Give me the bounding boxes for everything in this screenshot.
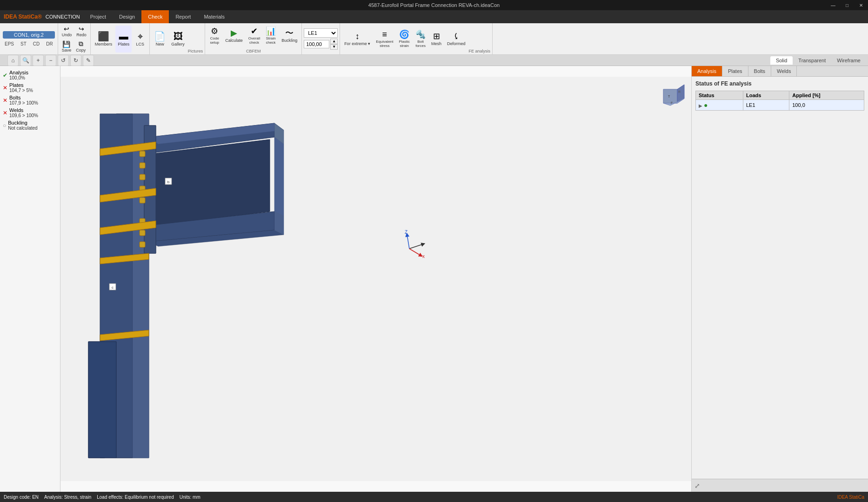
- calculate-button[interactable]: ▶ Calculate: [223, 24, 245, 47]
- overall-check-button[interactable]: ✔ Overallcheck: [246, 24, 262, 47]
- tab-cd[interactable]: CD: [30, 40, 42, 47]
- design-code-item: Design code: EN: [4, 495, 39, 500]
- expand-button[interactable]: ▶: [699, 103, 702, 108]
- expand-panel-icon[interactable]: ⤢: [694, 482, 700, 489]
- fe-status-table: Status Loads Applied [%] ▶ ● LE1 100,0: [695, 91, 864, 111]
- edit-section: ↩ Undo ↪ Redo 💾 Save ⧉ Copy: [58, 23, 91, 54]
- design-code-value: EN: [32, 495, 39, 500]
- tab-analysis[interactable]: Analysis: [692, 66, 722, 76]
- design-code-label: Design code:: [4, 495, 32, 500]
- menu-check[interactable]: Check: [141, 10, 169, 23]
- result-analysis: ✔ Analysis 100,0%: [3, 70, 57, 80]
- fe-section: ↕ For extreme ▾ ≡ Equivalentstress 🌀 Pla…: [340, 23, 493, 54]
- tab-plates[interactable]: Plates: [722, 66, 748, 76]
- toolbar: CON1, orig.2 EPS ST CD DR ↩ Undo ↪ Redo: [0, 23, 868, 55]
- rotate-right-nav-icon[interactable]: ↻: [70, 55, 81, 66]
- copy-button[interactable]: ⧉ Copy: [74, 39, 87, 53]
- deformed-button[interactable]: ⤹ Deformed: [445, 27, 468, 51]
- copy-icon: ⧉: [79, 40, 83, 48]
- row-expand[interactable]: ▶ ●: [696, 100, 743, 111]
- 3d-viewport[interactable]: b c Z x: [60, 66, 691, 492]
- analysis-label: Analysis: [9, 70, 28, 75]
- new-button[interactable]: 📄 New: [152, 26, 168, 53]
- minimize-button[interactable]: —: [826, 0, 840, 10]
- search-nav-icon[interactable]: 🔍: [20, 55, 31, 66]
- pencil-nav-icon[interactable]: ✎: [83, 55, 94, 66]
- plates-value: 104,7 > 5%: [9, 88, 33, 93]
- gallery-button[interactable]: 🖼 Gallery: [169, 26, 187, 53]
- create-section: 📄 New 🖼 Gallery Pictures: [150, 23, 205, 54]
- view-mode-wireframe[interactable]: Wireframe: [831, 56, 866, 65]
- window-controls: — □ ✕: [826, 0, 868, 10]
- calculate-icon: ▶: [231, 29, 237, 37]
- for-extreme-button[interactable]: ↕ For extreme ▾: [342, 27, 373, 51]
- cbfem-label: CBFEM: [207, 49, 300, 53]
- menu-design[interactable]: Design: [113, 10, 141, 23]
- buckling-value: Not calculated: [8, 126, 37, 131]
- deformed-icon: ⤹: [453, 32, 460, 40]
- buckling-button[interactable]: 〜 Buckling: [279, 24, 300, 47]
- view-mode-solid[interactable]: Solid: [770, 56, 793, 65]
- menu-project[interactable]: Project: [84, 10, 113, 23]
- plates-status-icon: ✕: [3, 85, 7, 91]
- analysis-panel: Analysis Plates Bolts Welds Status of FE…: [691, 66, 868, 492]
- members-icon: ⬛: [98, 32, 109, 41]
- save-button[interactable]: 💾 Save: [60, 39, 73, 53]
- minus-nav-icon[interactable]: −: [45, 55, 56, 66]
- menubar: IDEA StatiCa® CONNECTION Project Design …: [0, 10, 868, 23]
- close-button[interactable]: ✕: [854, 0, 868, 10]
- right-panel-content: Status of FE analysis Status Loads Appli…: [692, 77, 868, 479]
- undo-button[interactable]: ↩ Undo: [60, 24, 74, 38]
- equivalent-stress-button[interactable]: ≡ Equivalentstress: [374, 27, 395, 51]
- plastic-strain-icon: 🌀: [399, 30, 409, 39]
- bolts-label: Bolts: [9, 95, 38, 100]
- 3d-orientation-cube[interactable]: T R F: [654, 80, 687, 112]
- tab-bolts[interactable]: Bolts: [748, 66, 771, 76]
- svg-rect-18: [140, 174, 145, 180]
- load-section: LE1 ▲ ▼: [302, 23, 340, 54]
- table-row[interactable]: ▶ ● LE1 100,0: [696, 100, 864, 111]
- load-case-selector[interactable]: LE1: [304, 28, 338, 38]
- view-tabs-bar: ⌂ 🔍 + − ↺ ↻ ✎ Solid Transparent Wirefram…: [0, 55, 868, 66]
- tab-dr[interactable]: DR: [43, 40, 55, 47]
- menu-report[interactable]: Report: [169, 10, 197, 23]
- welds-label: Welds: [9, 107, 38, 113]
- load-value-input[interactable]: [304, 40, 329, 48]
- svg-rect-16: [140, 151, 145, 157]
- load-down-button[interactable]: ▼: [330, 44, 338, 50]
- tab-st[interactable]: ST: [18, 40, 29, 47]
- component-section: ⬛ Members ▬ Plates ⌖ LCS: [91, 23, 150, 54]
- plastic-strain-button[interactable]: 🌀 Plasticstrain: [397, 27, 413, 51]
- window-title: 4587-Eurofoil Portal Frame Connection RE…: [368, 2, 500, 8]
- bolt-forces-button[interactable]: 🔩 Boltforces: [413, 27, 428, 51]
- col-applied-header: Applied [%]: [789, 91, 864, 100]
- logo-text: IDEA StatiCa®: [4, 13, 42, 20]
- strain-check-button[interactable]: 📊 Straincheck: [263, 24, 278, 47]
- code-setup-button[interactable]: ⚙ Codesetup: [207, 24, 222, 47]
- equivalent-stress-icon: ≡: [382, 30, 387, 39]
- col-status-header: Status: [696, 91, 743, 100]
- load-up-button[interactable]: ▲: [330, 39, 338, 44]
- units-label: Units:: [180, 495, 193, 500]
- mesh-button[interactable]: ⊞ Mesh: [429, 27, 444, 51]
- connection-selector[interactable]: CON1, orig.2: [3, 31, 55, 39]
- members-button[interactable]: ⬛ Members: [93, 26, 115, 53]
- maximize-button[interactable]: □: [840, 0, 854, 10]
- svg-text:T: T: [668, 95, 670, 98]
- app-module-label: CONNECTION: [46, 14, 80, 20]
- load-effects-label: Load effects:: [97, 495, 125, 500]
- plates-button[interactable]: ▬ Plates: [115, 26, 132, 53]
- tab-eps[interactable]: EPS: [2, 40, 17, 47]
- add-nav-icon[interactable]: +: [33, 55, 44, 66]
- svg-rect-22: [140, 230, 145, 236]
- menu-materials[interactable]: Materials: [197, 10, 231, 23]
- lcs-button[interactable]: ⌖ LCS: [133, 26, 147, 53]
- home-nav-icon[interactable]: ⌂: [7, 55, 19, 66]
- view-mode-transparent[interactable]: Transparent: [793, 56, 831, 65]
- rotate-left-nav-icon[interactable]: ↺: [58, 55, 69, 66]
- redo-button[interactable]: ↪ Redo: [74, 24, 88, 38]
- new-icon: 📄: [154, 32, 166, 41]
- tab-welds[interactable]: Welds: [771, 66, 797, 76]
- main-area: ✔ Analysis 100,0% ✕ Plates 104,7 > 5% ✕ …: [0, 66, 868, 492]
- svg-marker-38: [663, 89, 677, 103]
